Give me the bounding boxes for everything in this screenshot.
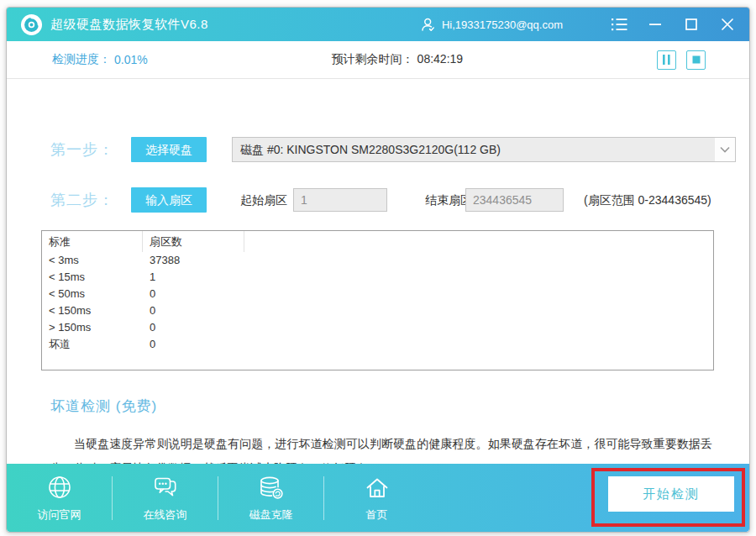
footer-item-website[interactable]: 访问官网 <box>7 473 112 523</box>
eta-label: 预计剩余时间： <box>332 52 414 66</box>
progress-value: 0.01% <box>114 53 148 66</box>
table-row: > 150ms 0 <box>42 319 713 336</box>
table-header: 标准 扇区数 <box>42 231 713 252</box>
start-sector-label: 起始扇区 <box>240 193 287 208</box>
pause-icon <box>662 55 671 65</box>
start-detection-button[interactable]: 开始检测 <box>608 476 734 512</box>
input-sector-button[interactable]: 输入扇区 <box>131 187 207 213</box>
select-disk-button[interactable]: 选择硬盘 <box>131 137 207 162</box>
maximize-icon[interactable] <box>683 16 700 33</box>
minimize-icon[interactable] <box>647 16 664 33</box>
progress-bar-row: 检测进度： 0.01% 预计剩余时间：08:42:19 <box>7 41 749 79</box>
end-sector-input[interactable] <box>465 188 564 212</box>
disk-select-value: 磁盘 #0: KINGSTON SM2280S3G2120G(112 GB) <box>240 138 501 161</box>
table-row: < 50ms 0 <box>42 286 713 302</box>
footer-label: 访问官网 <box>38 507 81 523</box>
table-row: < 3ms 37388 <box>42 252 713 269</box>
section-title: 坏道检测 (免费) <box>50 397 157 416</box>
criteria-cell: < 150ms <box>42 302 143 319</box>
table-row: 坏道 0 <box>42 336 713 353</box>
footer-item-support[interactable]: 在线咨询 <box>113 473 218 523</box>
highlight-annotation-box: 开始检测 <box>591 468 745 527</box>
speed-stats-table: 标准 扇区数 < 3ms 37388 < 15ms 1 < 50ms 0 < 1… <box>41 230 714 370</box>
criteria-cell: < 50ms <box>42 286 143 302</box>
count-cell: 0 <box>143 286 244 302</box>
eta-value: 08:42:19 <box>417 52 464 66</box>
footer-label: 在线咨询 <box>144 507 187 523</box>
app-logo-icon <box>20 13 43 36</box>
start-sector-input[interactable] <box>293 188 387 212</box>
step1-label: 第一步： <box>50 139 114 160</box>
count-cell: 1 <box>143 269 244 286</box>
criteria-cell: 坏道 <box>42 336 143 353</box>
stop-button[interactable] <box>686 50 706 70</box>
criteria-cell: > 150ms <box>42 319 143 336</box>
sector-range-hint: (扇区范围 0-234436545) <box>584 193 711 208</box>
title-bar: 超级硬盘数据恢复软件V6.8 Hi,1933175230@qq.com <box>7 8 749 41</box>
count-cell: 0 <box>143 302 244 319</box>
chat-icon <box>150 473 181 503</box>
progress-label: 检测进度： <box>52 52 111 67</box>
app-title: 超级硬盘数据恢复软件V6.8 <box>50 17 208 33</box>
user-email: Hi,1933175230@qq.com <box>442 18 563 31</box>
footer-item-disk-clone[interactable]: 磁盘克隆 <box>218 473 323 523</box>
disk-clone-icon <box>256 473 286 503</box>
column-header[interactable]: 扇区数 <box>143 231 244 252</box>
count-cell: 0 <box>143 319 244 336</box>
footer-label: 磁盘克隆 <box>249 507 293 523</box>
stop-icon <box>692 55 701 64</box>
globe-icon <box>45 473 75 503</box>
column-header[interactable]: 标准 <box>42 231 143 252</box>
footer-item-home[interactable]: 首页 <box>324 473 429 523</box>
menu-icon[interactable] <box>611 16 627 33</box>
user-account[interactable]: Hi,1933175230@qq.com <box>420 17 563 33</box>
footer-label: 首页 <box>366 507 388 523</box>
count-cell: 0 <box>143 336 244 353</box>
user-icon <box>420 17 436 33</box>
table-row: < 15ms 1 <box>42 269 713 286</box>
close-icon[interactable] <box>719 16 736 33</box>
disk-select[interactable]: 磁盘 #0: KINGSTON SM2280S3G2120G(112 GB) <box>232 137 736 162</box>
chevron-down-icon <box>715 138 735 161</box>
table-row: < 150ms 0 <box>42 302 713 319</box>
criteria-cell: < 15ms <box>42 269 143 286</box>
app-window: 超级硬盘数据恢复软件V6.8 Hi,1933175230@qq.com <box>6 7 750 533</box>
count-cell: 37388 <box>143 252 244 269</box>
step2-label: 第二步： <box>50 190 114 210</box>
footer-toolbar: 访问官网 在线咨询 <box>7 464 749 532</box>
pause-button[interactable] <box>657 50 676 70</box>
main-content: 第一步： 选择硬盘 磁盘 #0: KINGSTON SM2280S3G2120G… <box>7 79 749 503</box>
criteria-cell: < 3ms <box>42 252 143 269</box>
home-icon <box>362 473 392 503</box>
